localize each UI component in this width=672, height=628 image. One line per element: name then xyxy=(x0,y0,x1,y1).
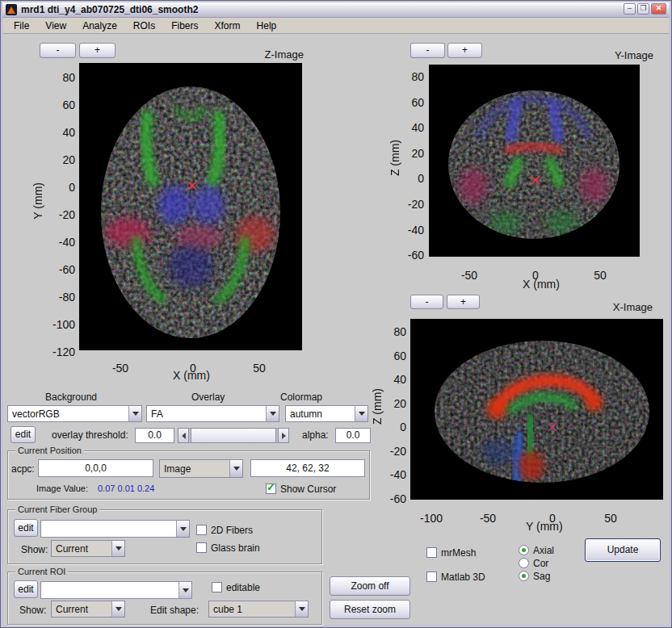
window-title: mrd1 dti_y4_ab070725_dti06_smooth2 xyxy=(21,4,198,15)
matlab3d-label: Matlab 3D xyxy=(441,571,485,583)
colormap-label: Colormap xyxy=(280,391,322,403)
x-ytick: 60 xyxy=(382,350,406,362)
roi-select[interactable] xyxy=(40,581,192,599)
z-ytick: -100 xyxy=(46,318,75,331)
overlay-select[interactable]: FA xyxy=(146,405,279,422)
reset-zoom-button[interactable]: Reset zoom xyxy=(330,600,410,619)
x-ytick: -60 xyxy=(382,492,406,505)
x-ytick: 80 xyxy=(382,325,406,338)
x-xtick: 50 xyxy=(604,512,617,525)
menu-view[interactable]: View xyxy=(37,19,74,33)
z-yaxis-label: Y (mm) xyxy=(32,182,44,220)
roi-show-select[interactable]: Current xyxy=(51,601,125,618)
y-ytick: 60 xyxy=(398,96,424,109)
y-image-plot[interactable] xyxy=(429,65,640,257)
slider-left-arrow[interactable] xyxy=(178,428,189,443)
zoom-off-button[interactable]: Zoom off xyxy=(330,576,410,596)
x-zoom-out-button[interactable]: - xyxy=(410,295,443,309)
menu-bar: File View Analyze ROIs Fibers Xform Help xyxy=(3,18,669,34)
editable-checkbox[interactable] xyxy=(212,582,222,592)
2d-fibers-label: 2D Fibers xyxy=(211,525,253,536)
coord-space-select[interactable]: Image xyxy=(159,459,243,478)
matlab-icon xyxy=(6,4,17,15)
app-window: mrd1 dti_y4_ab070725_dti06_smooth2 – ❐ ✕… xyxy=(0,0,672,628)
x-zoom-in-button[interactable]: + xyxy=(447,295,480,309)
x-xtick: -100 xyxy=(420,512,443,525)
x-ytick: -20 xyxy=(382,445,406,458)
y-image-title: Y-Image xyxy=(597,49,653,61)
y-ytick: 0 xyxy=(398,172,424,185)
slider-thumb[interactable] xyxy=(191,428,276,443)
image-coords-field[interactable]: 42, 62, 32 xyxy=(250,459,365,477)
image-value-label: Image Value: xyxy=(36,484,88,493)
y-ytick: 80 xyxy=(398,70,424,83)
y-ytick: 40 xyxy=(398,121,424,134)
acpc-field[interactable]: 0,0,0 xyxy=(38,459,153,477)
fiber-group-select[interactable] xyxy=(40,520,190,538)
2d-fibers-checkbox[interactable] xyxy=(196,525,207,535)
y-zoom-in-button[interactable]: + xyxy=(447,43,482,58)
sag-radio[interactable] xyxy=(519,571,529,581)
show-cursor-checkbox[interactable]: ✓ xyxy=(266,484,276,494)
fiber-edit-button[interactable]: edit xyxy=(14,519,38,537)
chevron-down-icon[interactable] xyxy=(229,460,242,477)
chevron-down-icon[interactable] xyxy=(176,521,189,537)
chevron-down-icon[interactable] xyxy=(111,601,124,617)
chevron-down-icon[interactable] xyxy=(128,406,141,421)
mrmesh-checkbox[interactable] xyxy=(426,547,437,558)
menu-help[interactable]: Help xyxy=(249,19,285,33)
matlab3d-checkbox[interactable] xyxy=(426,571,437,582)
y-ytick: -20 xyxy=(398,198,424,211)
z-zoom-out-button[interactable]: - xyxy=(40,43,76,58)
axial-radio[interactable] xyxy=(519,545,529,555)
glass-brain-checkbox[interactable] xyxy=(196,542,207,553)
z-ytick: 20 xyxy=(46,153,75,166)
alpha-field[interactable]: 0.0 xyxy=(335,428,371,443)
restore-button[interactable]: ❐ xyxy=(637,3,649,15)
z-xaxis-label: X (mm) xyxy=(173,369,210,382)
z-ytick: -60 xyxy=(46,263,75,276)
cor-radio[interactable] xyxy=(519,558,529,568)
colormap-select[interactable]: autumn xyxy=(285,405,368,422)
close-button[interactable]: ✕ xyxy=(651,3,666,15)
chevron-down-icon[interactable] xyxy=(266,406,279,421)
menu-xform[interactable]: Xform xyxy=(207,19,249,33)
menu-file[interactable]: File xyxy=(6,19,37,33)
overlay-edit-button[interactable]: edit xyxy=(10,426,36,443)
chevron-down-icon[interactable] xyxy=(111,541,124,556)
chevron-down-icon[interactable] xyxy=(178,582,191,598)
x-image-plot[interactable] xyxy=(410,319,663,500)
y-zoom-out-button[interactable]: - xyxy=(410,43,445,58)
axial-label: Axial xyxy=(533,545,554,556)
y-xtick: 50 xyxy=(594,269,607,282)
edit-shape-label: Edit shape: xyxy=(150,605,199,616)
cor-label: Cor xyxy=(533,558,548,569)
title-bar[interactable]: mrd1 dti_y4_ab070725_dti06_smooth2 xyxy=(2,2,670,18)
overlay-threshold-label: overlay threshold: xyxy=(52,429,128,441)
edit-shape-select[interactable]: cube 1 xyxy=(208,601,309,618)
menu-rois[interactable]: ROIs xyxy=(125,19,163,33)
menu-fibers[interactable]: Fibers xyxy=(163,19,206,33)
update-button[interactable]: Update xyxy=(585,538,661,562)
z-xtick: -50 xyxy=(112,362,128,375)
menu-analyze[interactable]: Analyze xyxy=(74,19,125,33)
minimize-button[interactable]: – xyxy=(624,3,636,15)
slider-right-arrow[interactable] xyxy=(278,428,289,443)
background-select[interactable]: vectorRGB xyxy=(7,405,142,422)
roi-edit-button[interactable]: edit xyxy=(14,580,38,598)
z-ytick: -40 xyxy=(46,236,75,249)
overlay-threshold-field[interactable]: 0.0 xyxy=(135,428,174,443)
editable-label: editable xyxy=(226,582,260,593)
alpha-label: alpha: xyxy=(302,429,329,441)
z-image-plot[interactable] xyxy=(79,63,302,350)
chevron-down-icon[interactable] xyxy=(295,601,308,617)
x-ytick: 0 xyxy=(382,421,406,433)
x-yaxis-label: Z (mm) xyxy=(371,388,384,425)
y-xtick: -50 xyxy=(461,269,477,282)
z-zoom-in-button[interactable]: + xyxy=(79,43,116,58)
fiber-show-select[interactable]: Current xyxy=(51,540,125,557)
x-image-title: X-Image xyxy=(596,301,653,313)
x-xtick: -50 xyxy=(480,512,496,525)
chevron-down-icon[interactable] xyxy=(355,406,368,421)
mrmesh-label: mrMesh xyxy=(441,547,476,559)
